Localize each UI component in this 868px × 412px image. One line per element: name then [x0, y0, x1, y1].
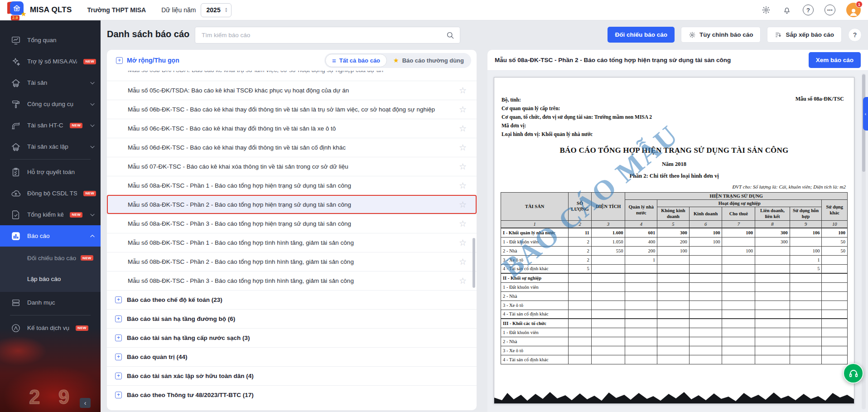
caret-down-icon[interactable]: ▼: [225, 10, 228, 13]
sidebar-item-cong-cu-dung-cu[interactable]: Công cụ dụng cụ: [0, 93, 101, 115]
report-group-bao-cao-tai-san-ha-tang-cap-nuoc-sach-3[interactable]: +Báo cáo tài sản hạ tầng cấp nước sạch (…: [107, 328, 477, 347]
year-selector[interactable]: 2025 ▲ ▼: [201, 3, 231, 17]
filter-favorite-reports[interactable]: ★ Báo cáo thường dùng: [387, 54, 470, 67]
user-avatar[interactable]: 1: [846, 3, 861, 17]
report-row-mau-so-08b-dk-tsc-phan-2-bao-cao-tong-hop-[interactable]: Mẫu số 08b-ĐK-TSC - Phần 2 - Báo cáo tổn…: [107, 252, 477, 271]
plus-square-icon[interactable]: +: [115, 334, 122, 341]
year-stepper[interactable]: ▲ ▼: [225, 7, 228, 13]
customize-report-button[interactable]: Tùy chỉnh báo cáo: [681, 27, 761, 43]
favorite-star-icon[interactable]: ☆: [459, 161, 467, 172]
report-group-bao-cao-quan-tri-44[interactable]: +Báo cáo quản trị (44): [107, 347, 477, 366]
value-cell: [591, 346, 625, 355]
value-cell: 100: [689, 228, 722, 237]
favorite-star-icon[interactable]: ☆: [459, 276, 467, 286]
sidebar-item-tai-san[interactable]: Tài sản: [0, 72, 101, 93]
favorite-star-icon[interactable]: ☆: [459, 238, 467, 248]
app-title: MISA QLTS: [30, 5, 72, 15]
view-report-button[interactable]: Xem báo cáo: [809, 52, 861, 68]
favorite-star-icon[interactable]: ☆: [459, 199, 467, 210]
new-badge: NEW: [70, 212, 82, 218]
sidebar-subitem-doi-chieu-bao-cao[interactable]: Đối chiếu báo cáoNEW: [0, 247, 101, 268]
report-row-mau-so-07-dk-tsc-bao-cao-ke-khai-xoa-thong[interactable]: Mẫu số 07-ĐK-TSC - Báo cáo kê khai xóa t…: [107, 157, 477, 176]
sidebar-item-danh-muc[interactable]: Danh mục: [0, 292, 101, 313]
favorite-star-icon[interactable]: ☆: [459, 218, 467, 229]
column-number: 8: [755, 220, 790, 228]
sidebar-item-dong-bo-csdl-tsc[interactable]: Đồng bộ CSDL TSCNEW: [0, 183, 101, 204]
compare-report-button[interactable]: Đối chiếu báo cáo: [608, 27, 675, 43]
sort-report-button[interactable]: Sắp xếp báo cáo: [767, 27, 842, 43]
organization-menu[interactable]: Trường THPT MISA: [87, 6, 146, 14]
filter-all-reports[interactable]: ≡ Tất cả báo cáo: [325, 54, 387, 67]
support-chat-button[interactable]: [843, 363, 863, 383]
sidebar-item-ke-toan-dich-vu[interactable]: Kế toán dịch vụNEW: [0, 317, 101, 339]
report-row-mau-so-08a-dk-tsc-phan-1-bao-cao-tong-hop-[interactable]: Mẫu số 08a-ĐK-TSC - Phần 1 - Báo cáo tổn…: [107, 176, 477, 195]
plus-square-icon: +: [116, 57, 123, 64]
report-row-mau-so-08b-dk-tsc-phan-3-bao-cao-tong-hop-[interactable]: Mẫu số 08b-ĐK-TSC - Phần 3 - Báo cáo tổn…: [107, 271, 477, 290]
column-number: 1: [501, 220, 569, 228]
value-cell: 300: [755, 237, 790, 246]
value-cell: [722, 328, 755, 337]
sidebar-subitem-lap-bao-cao[interactable]: Lập báo cáo: [0, 268, 101, 289]
settings-gear-icon[interactable]: [761, 5, 771, 15]
plus-square-icon[interactable]: +: [115, 315, 122, 322]
report-row-mau-so-06b-dk-tsc-bao-cao-ke-khai-thay-doi[interactable]: Mẫu số 06b-ĐK-TSC - Báo cáo kê khai thay…: [107, 100, 477, 119]
value-cell: [822, 255, 848, 264]
report-group-bao-cao-tai-san-xac-lap-so-huu-toan-dan-4[interactable]: +Báo cáo tài sản xác lập sở hữu toàn dân…: [107, 366, 477, 385]
favorite-star-icon[interactable]: ☆: [459, 180, 467, 191]
report-row-label: Báo cáo tài sản hạ tầng cấp nước sạch (3…: [127, 334, 470, 341]
report-row-mau-so-08b-dk-tsc-phan-1-bao-cao-tong-hop-[interactable]: Mẫu số 08b-ĐK-TSC - Phần 1 - Báo cáo tổn…: [107, 233, 477, 252]
report-row-mau-so-05c-dk-tsda-bao-cao-ke-khai-tscd-kh[interactable]: Mẫu số 05c-ĐK/TSDA: Báo cáo kê khai TSCĐ…: [107, 81, 477, 100]
search-box[interactable]: [195, 27, 460, 44]
report-row-mau-so-06c-dk-tsc-bao-cao-ke-khai-thay-doi[interactable]: Mẫu số 06c-ĐK-TSC - Báo cáo kê khai thay…: [107, 119, 477, 138]
notifications-bell-icon[interactable]: [782, 5, 792, 15]
sidebar-item-bao-cao[interactable]: Báo cáo: [0, 225, 101, 247]
plus-square-icon[interactable]: +: [115, 296, 122, 303]
sidebar-item-ho-tro-quyet-toan[interactable]: Hỗ trợ quyết toán: [0, 161, 101, 183]
app-root: ★ 2.9 MISA QLTS Trường THPT MISA Dữ liệu…: [0, 0, 868, 412]
value-cell: [755, 273, 790, 282]
report-group-bao-cao-tai-san-ha-tang-duong-bo-6[interactable]: +Báo cáo tài sản hạ tầng đường bộ (6): [107, 309, 477, 328]
sidebar-collapse-button[interactable]: ‹: [80, 398, 91, 408]
report-group-bao-cao-theo-che-do-ke-toan-23[interactable]: +Báo cáo theo chế độ kế toán (23): [107, 290, 477, 309]
favorite-star-icon[interactable]: ☆: [459, 142, 467, 153]
plus-square-icon[interactable]: +: [115, 354, 122, 360]
value-cell: [822, 310, 848, 319]
sidebar-item-tong-quan[interactable]: Tổng quan: [0, 29, 101, 51]
plus-square-icon[interactable]: +: [115, 373, 122, 379]
list-help-button[interactable]: ?: [848, 28, 862, 42]
sidebar-item-tai-san-xac-lap[interactable]: Tài sản xác lập: [0, 136, 101, 157]
value-cell: [625, 355, 657, 364]
report-row-mau-so-08a-dk-tsc-phan-3-bao-cao-tong-hop-[interactable]: Mẫu số 08a-ĐK-TSC - Phần 3 - Báo cáo tổn…: [107, 214, 477, 233]
value-cell: 5: [790, 264, 822, 273]
asset-name-cell: 3 - Xe ô tô: [501, 255, 569, 264]
value-cell: [625, 328, 657, 337]
favorite-star-icon[interactable]: ☆: [459, 257, 467, 267]
sort-icon: [775, 31, 782, 39]
value-cell: [689, 337, 722, 346]
favorite-star-icon[interactable]: ☆: [459, 123, 467, 134]
table-row: 3 - Xe ô tô: [501, 346, 848, 355]
value-cell: 100: [722, 228, 755, 237]
report-group-bao-cao-theo-thong-tu-48-2023-tt-btc-17[interactable]: +Báo cáo theo Thông tư 48/2023/TT-BTC (1…: [107, 385, 477, 404]
report-row-mau-so-05b-dk-tsda-bao-cao-ke-khai-tru-so-[interactable]: Mẫu số 05b-ĐK/TSDA: Báo cáo kê khai trụ …: [107, 71, 477, 81]
asset-name-cell: 1 - Đất khuôn viên: [501, 237, 569, 246]
sidebar-item-tai-san-ht-cns[interactable]: Tài sản HT-CNSNEW: [0, 115, 101, 136]
report-row-mau-so-08a-dk-tsc-phan-2-bao-cao-tong-hop-[interactable]: Mẫu số 08a-ĐK-TSC - Phần 2 - Báo cáo tổn…: [107, 195, 477, 214]
value-cell: [790, 282, 822, 291]
search-icon[interactable]: [446, 31, 454, 39]
favorite-star-icon[interactable]: ☆: [459, 85, 467, 96]
search-input[interactable]: [201, 31, 446, 39]
report-row-mau-so-06d-dk-tsc-bao-cao-ke-khai-thay-doi[interactable]: Mẫu số 06d-ĐK-TSC - Báo cáo kê khai thay…: [107, 138, 477, 157]
expand-collapse-toggle[interactable]: + Mở rộng/Thu gọn: [116, 57, 179, 64]
plus-square-icon[interactable]: +: [115, 392, 122, 398]
more-options-icon[interactable]: ⋯: [825, 5, 835, 15]
list-scrollbar-thumb[interactable]: [473, 238, 475, 288]
help-icon[interactable]: ?: [803, 5, 814, 15]
sidebar-item-tong-kiem-ke[interactable]: Tổng kiểm kêNEW: [0, 204, 101, 225]
value-cell: [625, 282, 657, 291]
sidebar-item-tro-ly-so-misa-ava[interactable]: Trợ lý số MISA AVANEW: [0, 51, 101, 72]
col-header-hoat-dong-su-nghiep: Hoạt động sự nghiệp: [657, 200, 822, 207]
panel-expand-tab[interactable]: ‹: [863, 97, 868, 131]
sidebar-menu: Tổng quanTrợ lý số MISA AVANEWTài sảnCôn…: [0, 20, 101, 339]
favorite-star-icon[interactable]: ☆: [459, 104, 467, 115]
